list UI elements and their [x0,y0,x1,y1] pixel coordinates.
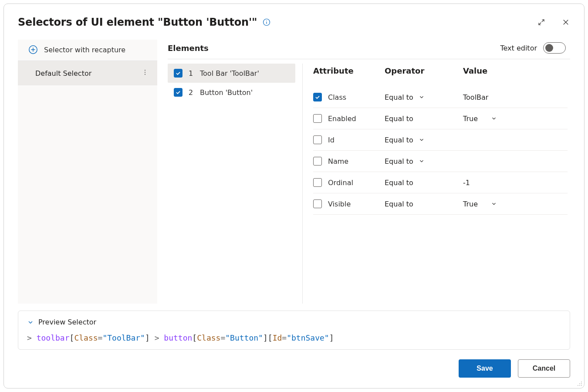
recapture-label: Selector with recapture [44,46,125,54]
titlebar: Selectors of UI element "Button 'Button'… [18,16,570,28]
preview-label: Preview Selector [38,318,96,326]
svg-point-16 [581,385,582,386]
preview-token: ] [329,333,334,342]
attribute-row: OrdinalEqual to-1 [313,172,568,193]
attribute-column-header: Attribute [313,66,385,75]
attribute-row: NameEqual to [313,151,568,172]
element-index: 2 [189,88,194,97]
operator-value: Equal to [385,93,413,101]
operator-column-header: Operator [385,66,463,75]
operator-dropdown[interactable]: Equal to [385,157,463,166]
svg-point-13 [581,383,582,384]
attribute-name: Id [328,136,385,144]
attribute-value: True [463,115,478,123]
svg-point-10 [145,74,145,75]
selector-more-icon[interactable] [140,67,150,79]
operator-dropdown[interactable]: Equal to [385,200,463,208]
attributes-header: Attribute Operator Value [313,64,568,87]
preview-token: button [164,333,192,342]
preview-token: [ [268,333,273,342]
resize-grip-icon[interactable] [577,381,582,386]
preview-toggle[interactable]: Preview Selector [27,318,561,326]
operator-value: Equal to [385,115,413,123]
maximize-icon[interactable] [537,18,546,27]
preview-token: [ [192,333,197,342]
operator-value: Equal to [385,179,413,187]
attribute-checkbox[interactable] [313,199,322,208]
preview-selector-code: > toolbar[Class="ToolBar"] > button[Clas… [27,333,561,342]
attribute-row: EnabledEqual toTrue [313,108,568,129]
preview-token: = [282,333,287,342]
operator-dropdown[interactable]: Equal to [385,179,463,187]
operator-value: Equal to [385,157,413,166]
operator-dropdown[interactable]: Equal to [385,93,463,101]
element-row[interactable]: 2Button 'Button' [168,83,295,102]
svg-point-12 [579,383,580,384]
cancel-button[interactable]: Cancel [518,359,570,378]
svg-point-11 [581,382,582,382]
preview-token: ] [263,333,268,342]
elements-pane: 1Tool Bar 'ToolBar'2Button 'Button' [168,64,303,304]
preview-token: toolbar [37,333,70,342]
preview-token: Class [74,333,98,342]
close-icon[interactable] [561,18,570,27]
attributes-pane: Attribute Operator Value ClassEqual toTo… [303,64,570,304]
attribute-checkbox[interactable] [313,135,322,144]
element-checkbox[interactable] [174,69,182,78]
element-checkbox[interactable] [174,88,182,97]
preview-token: > [27,333,37,342]
value-field[interactable]: True [463,115,568,123]
preview-token: = [220,333,225,342]
svg-point-14 [578,385,578,386]
element-row[interactable]: 1Tool Bar 'ToolBar' [168,64,295,83]
attribute-value: ToolBar [463,93,488,101]
attribute-name: Name [328,157,385,166]
svg-point-9 [145,72,145,73]
selectors-sidebar: Selector with recapture Default Selector [18,40,157,304]
info-icon[interactable] [262,18,271,27]
operator-value: Equal to [385,200,413,208]
attribute-row: ClassEqual toToolBar [313,87,568,108]
attribute-value: -1 [463,179,470,187]
save-button[interactable]: Save [459,359,511,378]
attribute-row: IdEqual to [313,129,568,151]
operator-dropdown[interactable]: Equal to [385,136,463,144]
element-name: Button 'Button' [200,88,253,97]
value-field[interactable]: -1 [463,179,568,187]
preview-token: "btnSave" [287,333,329,342]
preview-selector-panel: Preview Selector > toolbar[Class="ToolBa… [18,311,570,350]
value-column-header: Value [463,66,568,75]
selector-with-recapture-button[interactable]: Selector with recapture [18,40,157,61]
preview-token: [ [70,333,74,342]
elements-heading: Elements [168,44,209,53]
attribute-name: Enabled [328,115,385,123]
value-field[interactable]: ToolBar [463,93,568,101]
selector-list-item[interactable]: Default Selector [18,61,157,85]
preview-token: Class [197,333,220,342]
svg-point-2 [267,20,267,21]
operator-dropdown[interactable]: Equal to [385,115,463,123]
attribute-checkbox[interactable] [313,178,322,187]
attribute-checkbox[interactable] [313,157,322,166]
value-field[interactable]: True [463,200,568,208]
element-name: Tool Bar 'ToolBar' [200,69,259,78]
text-editor-toggle[interactable] [543,42,566,54]
attribute-value: True [463,200,478,208]
attribute-row: VisibleEqual toTrue [313,193,568,215]
window-title: Selectors of UI element "Button 'Button'… [18,16,257,28]
preview-token: > [150,333,164,342]
attribute-checkbox[interactable] [313,93,322,101]
preview-token: ] [145,333,150,342]
element-index: 1 [189,69,194,78]
attribute-checkbox[interactable] [313,114,322,123]
text-editor-label: Text editor [500,44,537,52]
preview-token: Id [273,333,282,342]
attribute-name: Class [328,93,385,101]
preview-token: "Button" [225,333,263,342]
preview-token: "ToolBar" [102,333,145,342]
selector-builder-window: Selectors of UI element "Button 'Button'… [3,3,585,389]
operator-value: Equal to [385,136,413,144]
preview-token: = [98,333,103,342]
svg-point-15 [579,385,580,386]
svg-point-8 [145,70,145,71]
